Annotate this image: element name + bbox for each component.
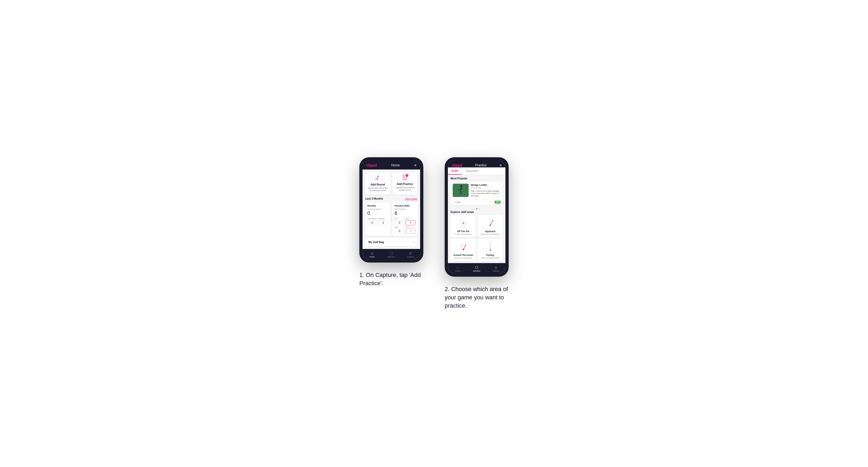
drill-footer: ○ 9 shots APP bbox=[451, 199, 503, 205]
tournament-value: 0 bbox=[367, 220, 377, 225]
add-round-card[interactable]: Add Round Record your shots fast or enha… bbox=[365, 172, 390, 195]
phone2-frame: clippd Practice ≡ Drills Favourites Most… bbox=[445, 157, 509, 277]
tournament-stat: Tournament 0 bbox=[367, 218, 377, 225]
my-golf-bag-row[interactable]: My Golf Bag › bbox=[365, 238, 417, 246]
svg-point-23 bbox=[492, 220, 493, 221]
phone2-section: clippd Practice ≡ Drills Favourites Most… bbox=[445, 157, 509, 310]
skill-card-atg[interactable]: Around The Green Hone your short game bbox=[451, 239, 476, 261]
skill-name-atg: Around The Green bbox=[453, 254, 474, 256]
app-value: 4 bbox=[405, 220, 415, 225]
skill-card-off-the-tee[interactable]: Off The Tee Power and accuracy bbox=[451, 215, 476, 237]
home-label-1: Home bbox=[370, 256, 375, 258]
tab-drills[interactable]: Drills bbox=[448, 167, 462, 175]
drill-card-content: Wedge Ladder ☆ 50–100 yds Play 1 shot at… bbox=[451, 182, 503, 199]
last-months-label: Last 3 Months bbox=[365, 197, 383, 200]
clock-icon: ○ bbox=[453, 201, 454, 204]
stats-row: Rounds Rounds Capture 0 Tournament 0 Pra… bbox=[365, 202, 417, 236]
capture-label-1: Capture bbox=[407, 256, 414, 258]
chevron-right-icon: › bbox=[413, 241, 414, 244]
add-practice-desc: Capture your practice off-the-course bbox=[395, 186, 415, 192]
off-the-tee-visual bbox=[458, 217, 469, 229]
drill-name: Wedge Ladder bbox=[471, 184, 487, 186]
action-cards: Add Round Record your shots fast or enha… bbox=[365, 172, 417, 195]
app-label: APP bbox=[405, 218, 415, 220]
skill-card-putting[interactable]: Putting Make and lag practice bbox=[477, 239, 503, 261]
badge-plus: + bbox=[406, 174, 408, 177]
add-practice-card[interactable]: + Add Practice Capture your practice off… bbox=[393, 172, 417, 195]
phone2-bottom-nav: ⌂ Home ⬡ Activities ⊕ Capture bbox=[448, 263, 505, 274]
menu-icon-1[interactable]: ≡ bbox=[414, 163, 416, 167]
activities-label-1: Activities bbox=[388, 256, 395, 258]
skill-desc-approach: Dial-in to hit the green bbox=[479, 233, 501, 235]
practice-tabs: Drills Favourites bbox=[448, 167, 505, 175]
dot-1 bbox=[474, 208, 475, 210]
nav-capture-1[interactable]: ⊕ Capture bbox=[401, 251, 420, 258]
arg-value: 0 bbox=[395, 229, 404, 234]
arg-label: ARG bbox=[395, 226, 404, 228]
rounds-capture-value: 0 bbox=[367, 211, 388, 216]
home-label-2: Home bbox=[455, 270, 460, 272]
skill-card-approach[interactable]: Approach Dial-in to hit the green bbox=[477, 215, 503, 237]
svg-line-19 bbox=[461, 223, 463, 227]
skill-desc-putting: Make and lag practice bbox=[479, 257, 501, 259]
dot-3 bbox=[478, 208, 480, 210]
svg-line-20 bbox=[463, 223, 465, 227]
nav-activities-1[interactable]: ⬡ Activities bbox=[382, 251, 401, 258]
add-round-title: Add Round bbox=[367, 183, 388, 186]
phone1-section: clippd Home ≡ bbox=[359, 157, 423, 288]
skill-desc-ott: Power and accuracy bbox=[453, 233, 474, 235]
phone1-screen: clippd Home ≡ bbox=[363, 160, 420, 260]
svg-line-14 bbox=[460, 220, 463, 223]
ott-label: OTT bbox=[395, 218, 404, 220]
ott-col: OTT 0 bbox=[395, 218, 404, 225]
app-logo-1: clippd bbox=[366, 163, 377, 167]
drills-capture-label: Drills Capture bbox=[395, 208, 415, 210]
capture-label-2: Capture bbox=[493, 270, 499, 272]
svg-point-25 bbox=[465, 245, 466, 246]
putt-value: 4 bbox=[405, 229, 415, 234]
skill-grid: Off The Tee Power and accuracy bbox=[451, 215, 503, 261]
caption-2: 2. Choose which area of your game you wa… bbox=[445, 285, 509, 310]
nav-home-2[interactable]: ⌂ Home bbox=[448, 265, 467, 272]
practice-stat: Practice 0 bbox=[378, 218, 388, 225]
tab-favourites[interactable]: Favourites bbox=[462, 167, 482, 175]
menu-icon-2[interactable]: ≡ bbox=[500, 163, 502, 167]
arg-col: ARG 0 bbox=[395, 226, 404, 234]
skill-desc-atg: Hone your short game bbox=[453, 257, 474, 259]
skill-name-approach: Approach bbox=[479, 230, 501, 233]
add-round-desc: Record your shots fast or enhanced mode bbox=[367, 187, 388, 192]
skill-name-putting: Putting bbox=[479, 254, 501, 256]
phone1-bottom-nav: ⌂ Home ⬡ Activities ⊕ Capture bbox=[363, 249, 420, 259]
practice-value: 0 bbox=[378, 220, 388, 225]
rounds-capture-label: Rounds Capture bbox=[367, 208, 388, 210]
practice-label: Practice bbox=[378, 218, 388, 220]
view-activity-link[interactable]: View Activity bbox=[405, 197, 417, 200]
header-title-2: Practice bbox=[475, 163, 487, 167]
shots-info: ○ 9 shots bbox=[453, 201, 461, 204]
nav-home-1[interactable]: ⌂ Home bbox=[363, 251, 382, 258]
nav-capture-2[interactable]: ⊕ Capture bbox=[486, 265, 505, 272]
svg-line-15 bbox=[463, 220, 467, 223]
drill-card[interactable]: Wedge Ladder ☆ 50–100 yds Play 1 shot at… bbox=[451, 182, 503, 205]
phone2-screen: clippd Practice ≡ Drills Favourites Most… bbox=[448, 160, 505, 274]
drills-box: Practice Drills Drills Capture 8 OTT 0 A… bbox=[393, 202, 417, 236]
app-col: APP 4 bbox=[405, 218, 415, 225]
activities-label-2: Activities bbox=[473, 270, 480, 272]
drills-sub-stats: OTT 0 APP 4 bbox=[395, 218, 415, 225]
drill-desc: Play 1 shot at each target yardage. If y… bbox=[471, 190, 501, 197]
drill-yardage: 50–100 yds bbox=[471, 187, 501, 189]
dot-2 bbox=[476, 208, 477, 210]
app-logo-2: clippd bbox=[452, 163, 462, 167]
activities-icon-2: ⬡ bbox=[475, 265, 478, 270]
dots-indicator bbox=[451, 207, 503, 211]
ott-value: 0 bbox=[395, 220, 404, 225]
skill-name-ott: Off The Tee bbox=[453, 230, 474, 233]
home-icon-1: ⌂ bbox=[371, 251, 373, 255]
nav-activities-2[interactable]: ⬡ Activities bbox=[467, 265, 486, 272]
capture-icon-2: ⊕ bbox=[494, 265, 497, 270]
phone2-header: clippd Practice ≡ bbox=[448, 160, 505, 167]
activities-icon-1: ⬡ bbox=[390, 251, 393, 255]
star-icon[interactable]: ☆ bbox=[498, 184, 501, 187]
shots-count: 9 shots bbox=[455, 201, 461, 203]
add-practice-icon: + bbox=[395, 175, 415, 182]
